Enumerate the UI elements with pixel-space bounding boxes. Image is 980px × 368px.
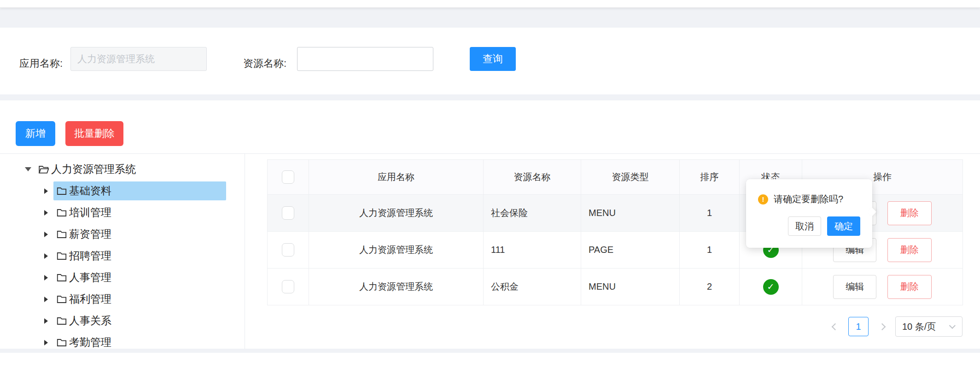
resource-name-input[interactable] <box>297 47 433 71</box>
tree-label: 人事关系 <box>69 314 111 328</box>
tree-label: 基础资料 <box>69 184 111 198</box>
cell-app-name: 人力资源管理系统 <box>309 232 484 269</box>
cell-app-name: 人力资源管理系统 <box>309 195 484 232</box>
header-resource-name: 资源名称 <box>484 160 581 195</box>
cell-order: 1 <box>680 195 740 232</box>
tree-label: 薪资管理 <box>69 227 111 241</box>
delete-button[interactable]: 删除 <box>887 238 932 262</box>
status-enabled-icon: ✓ <box>763 279 779 295</box>
tree-row[interactable]: 基础资料 <box>0 180 226 202</box>
tree-label: 人力资源管理系统 <box>51 162 136 176</box>
row-checkbox[interactable] <box>282 280 294 293</box>
top-navigation-bar <box>0 0 980 8</box>
tree-node[interactable]: 薪资管理 <box>53 225 226 244</box>
header-order: 排序 <box>680 160 740 195</box>
popconfirm-message: 请确定要删除吗? <box>774 193 843 205</box>
tree-row-root[interactable]: 人力资源管理系统 <box>0 158 226 180</box>
query-button[interactable]: 查询 <box>470 47 516 71</box>
caret-right-icon[interactable] <box>42 318 50 324</box>
next-page-icon[interactable] <box>874 317 890 336</box>
tree-node[interactable]: 人事管理 <box>53 268 226 287</box>
caret-right-icon[interactable] <box>42 210 50 216</box>
cell-resource-type: MENU <box>581 195 680 232</box>
table-row: 人力资源管理系统 公积金 MENU 2 ✓ 编辑 删除 <box>268 269 963 305</box>
tree-label: 招聘管理 <box>69 249 111 263</box>
tree-node-root[interactable]: 人力资源管理系统 <box>35 160 226 179</box>
cell-resource-name: 公积金 <box>484 269 581 305</box>
delete-button[interactable]: 删除 <box>887 201 932 225</box>
add-button[interactable]: 新增 <box>16 121 55 146</box>
tree-label: 人事管理 <box>69 270 111 285</box>
folder-icon <box>56 293 68 305</box>
tree-node[interactable]: 考勤管理 <box>53 333 226 349</box>
row-checkbox[interactable] <box>282 243 294 257</box>
tree-row[interactable]: 考勤管理 <box>0 332 226 349</box>
chevron-down-icon <box>949 322 956 329</box>
tree-row[interactable]: 招聘管理 <box>0 245 226 267</box>
tree-row[interactable]: 人事关系 <box>0 310 226 332</box>
bottom-strip <box>0 353 980 368</box>
delete-popconfirm: ! 请确定要删除吗? 取消 确定 <box>746 179 872 248</box>
batch-delete-button[interactable]: 批量删除 <box>65 121 123 146</box>
folder-icon <box>56 337 68 349</box>
prev-page-icon[interactable] <box>827 317 843 336</box>
app-name-label: 应用名称: <box>19 57 63 70</box>
tree-node[interactable]: 人事关系 <box>53 311 226 330</box>
folder-open-icon <box>38 164 50 175</box>
caret-right-icon[interactable] <box>42 232 50 237</box>
cell-resource-type: MENU <box>581 269 680 305</box>
tree-row[interactable]: 福利管理 <box>0 288 226 310</box>
cell-resource-name: 111 <box>484 232 581 269</box>
folder-icon <box>56 207 68 219</box>
cell-resource-name: 社会保险 <box>484 195 581 232</box>
warning-exclamation-icon: ! <box>758 194 768 204</box>
cell-order: 2 <box>680 269 740 305</box>
cell-resource-type: PAGE <box>581 232 680 269</box>
tree-node[interactable]: 福利管理 <box>53 290 226 309</box>
folder-icon <box>56 315 68 327</box>
tree-row[interactable]: 薪资管理 <box>0 223 226 245</box>
page-number-button[interactable]: 1 <box>848 317 869 336</box>
page-size-value: 10 条/页 <box>902 321 936 333</box>
row-checkbox[interactable] <box>282 206 294 220</box>
header-app-name: 应用名称 <box>309 160 484 195</box>
caret-right-icon[interactable] <box>42 188 50 194</box>
page: 应用名称: 资源名称: 查询 新增 批量删除 人力资源管理系统 <box>0 0 980 368</box>
caret-right-icon[interactable] <box>42 275 50 280</box>
folder-icon <box>56 228 68 240</box>
edit-button[interactable]: 编辑 <box>833 275 876 299</box>
resource-tree: 人力资源管理系统 基础资料 <box>0 154 245 349</box>
caret-right-icon[interactable] <box>42 340 50 345</box>
caret-right-icon[interactable] <box>42 253 50 259</box>
cell-status: ✓ <box>740 269 802 305</box>
select-all-checkbox[interactable] <box>282 170 294 184</box>
caret-down-icon[interactable] <box>24 167 32 171</box>
resource-name-label: 资源名称: <box>243 57 286 70</box>
tree-label: 培训管理 <box>69 205 111 220</box>
cell-order: 1 <box>680 232 740 269</box>
tree-row[interactable]: 人事管理 <box>0 267 226 288</box>
cancel-button[interactable]: 取消 <box>788 216 821 236</box>
folder-icon <box>56 272 68 284</box>
search-panel: 应用名称: 资源名称: 查询 <box>0 28 980 94</box>
pagination: 1 10 条/页 <box>827 316 962 337</box>
tree-node[interactable]: 招聘管理 <box>53 246 226 265</box>
header-checkbox-cell <box>268 160 309 195</box>
tree-label: 考勤管理 <box>69 335 111 349</box>
page-size-select[interactable]: 10 条/页 <box>895 316 962 337</box>
cell-actions: 编辑 删除 <box>802 269 963 305</box>
tree-label: 福利管理 <box>69 292 111 306</box>
tree-node-selected[interactable]: 基础资料 <box>53 181 226 200</box>
caret-right-icon[interactable] <box>42 297 50 302</box>
app-name-input <box>70 47 207 71</box>
delete-button[interactable]: 删除 <box>887 275 932 299</box>
folder-icon <box>56 250 68 262</box>
tree-row[interactable]: 培训管理 <box>0 202 226 223</box>
tree-node[interactable]: 培训管理 <box>53 203 226 222</box>
confirm-button[interactable]: 确定 <box>827 216 860 236</box>
cell-app-name: 人力资源管理系统 <box>309 269 484 305</box>
header-resource-type: 资源类型 <box>581 160 680 195</box>
folder-icon <box>56 185 68 197</box>
